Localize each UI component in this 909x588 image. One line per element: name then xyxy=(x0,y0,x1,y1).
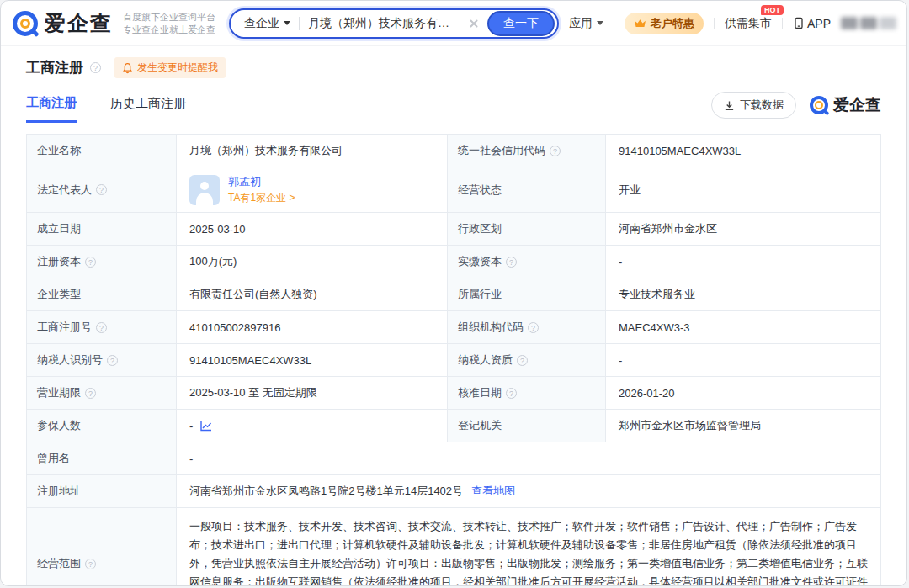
field-label: 营业期限 xyxy=(37,385,81,400)
reg-capital-value: 100万(元) xyxy=(189,254,237,269)
help-icon[interactable]: ? xyxy=(85,559,96,569)
establish-date-value: 2025-03-10 xyxy=(189,223,246,236)
field-label: 实缴资本 xyxy=(458,254,502,269)
business-registration-section: 工商注册 ? 发生变更时提醒我 工商注册 历史工商注册 下载数据 爱企查 xyxy=(1,46,906,125)
aiqicha-logo-text: 爱企查 xyxy=(45,9,113,37)
search-button[interactable]: 查一下 xyxy=(487,11,555,36)
aiqicha-logo[interactable]: 爱企查 xyxy=(13,9,113,37)
taxpayer-id-value: 91410105MAEC4XW33L xyxy=(189,354,311,367)
download-icon xyxy=(724,100,735,111)
field-label: 企业名称 xyxy=(37,143,81,158)
crown-icon xyxy=(634,19,646,28)
nav-separator xyxy=(782,18,783,29)
logo-tagline: 百度旗下企业查询平台 专业查企业就上爱企查 xyxy=(123,11,215,36)
org-code-value: MAEC4XW3-3 xyxy=(619,321,690,334)
search-category-label: 查企业 xyxy=(244,16,279,31)
clear-search-icon[interactable] xyxy=(467,17,481,30)
credit-code-value: 91410105MAEC4XW33L xyxy=(619,145,741,157)
table-row: 企业名称 月境（郑州）技术服务有限公司 统一社会信用代码? 91410105MA… xyxy=(27,135,880,167)
help-icon[interactable]: ? xyxy=(506,388,517,399)
chevron-down-icon xyxy=(597,21,603,25)
business-term-value: 2025-03-10 至 无固定期限 xyxy=(189,385,317,400)
header-nav: 应用 老户特惠 供需集市 HOT APP xyxy=(569,13,896,34)
field-label: 注册资本 xyxy=(37,254,81,269)
nav-supply-market[interactable]: 供需集市 HOT xyxy=(725,16,772,31)
field-label: 纳税人资质 xyxy=(458,352,513,368)
field-label: 成立日期 xyxy=(37,221,81,236)
table-row: 法定代表人? 郭孟初 TA有1家企业 > 经营状态 开业 xyxy=(27,167,880,213)
watermark-brand: 爱企查 xyxy=(810,94,881,116)
search-divider xyxy=(299,17,300,30)
table-row: 注册地址 河南省郑州市金水区凤鸣路1号院2号楼1单元14层1402号 查看地图 xyxy=(27,475,880,508)
table-row: 成立日期 2025-03-10 行政区划 河南省郑州市金水区 xyxy=(27,213,880,246)
field-label: 企业类型 xyxy=(37,287,81,302)
field-label: 行政区划 xyxy=(458,221,502,236)
tab-business-registration[interactable]: 工商注册 xyxy=(26,95,77,123)
help-icon[interactable]: ? xyxy=(528,322,539,333)
table-row: 纳税人识别号? 91410105MAEC4XW33L 纳税人资质? - xyxy=(27,344,880,377)
company-type-value: 有限责任公司(自然人独资) xyxy=(189,287,317,302)
download-data-button[interactable]: 下载数据 xyxy=(711,92,796,119)
field-label: 登记机关 xyxy=(458,418,502,433)
business-scope-value: 一般项目：技术服务、技术开发、技术咨询、技术交流、技术转让、技术推广；软件开发；… xyxy=(189,520,868,586)
approval-date-value: 2026-01-20 xyxy=(619,387,675,400)
help-icon[interactable]: ? xyxy=(550,146,561,156)
status-value: 开业 xyxy=(619,183,641,198)
nav-supply-market-label: 供需集市 xyxy=(725,16,772,31)
change-reminder-button[interactable]: 发生变更时提醒我 xyxy=(114,57,226,78)
search-bar[interactable]: 查企业 月境（郑州）技术服务有限公司 查一下 xyxy=(229,8,559,39)
table-row: 注册资本? 100万(元) 实缴资本? - xyxy=(27,246,880,278)
field-label: 经营状态 xyxy=(458,183,502,198)
authority-value: 郑州市金水区市场监督管理局 xyxy=(619,418,761,433)
view-map-link[interactable]: 查看地图 xyxy=(471,484,515,499)
aiqicha-logo-icon xyxy=(13,11,38,36)
legal-rep-avatar[interactable] xyxy=(189,175,220,205)
help-icon[interactable]: ? xyxy=(85,388,96,399)
nav-app-download[interactable]: APP xyxy=(793,17,831,30)
nav-apps[interactable]: 应用 xyxy=(569,16,603,31)
industry-value: 专业技术服务业 xyxy=(619,287,695,302)
bell-icon xyxy=(122,62,133,74)
field-label: 曾用名 xyxy=(37,451,70,466)
insured-count-value: - xyxy=(189,420,193,432)
address-value: 河南省郑州市金水区凤鸣路1号院2号楼1单元14层1402号 xyxy=(189,484,463,499)
aiqicha-logo-icon xyxy=(810,96,828,114)
mobile-app-icon xyxy=(793,17,805,29)
help-icon[interactable]: ? xyxy=(517,355,528,366)
registration-info-table: 企业名称 月境（郑州）技术服务有限公司 统一社会信用代码? 91410105MA… xyxy=(26,134,881,586)
field-label: 参保人数 xyxy=(37,418,81,433)
trend-chart-icon[interactable] xyxy=(200,421,212,432)
field-label: 纳税人识别号 xyxy=(37,352,103,368)
help-icon[interactable]: ? xyxy=(96,322,107,333)
watermark-brand-text: 爱企查 xyxy=(833,94,881,116)
field-label: 法定代表人 xyxy=(37,183,92,198)
help-icon[interactable]: ? xyxy=(85,257,96,268)
field-label: 注册地址 xyxy=(37,484,81,499)
legal-rep-name-link[interactable]: 郭孟初 xyxy=(228,174,295,189)
nav-member-promo[interactable]: 老户特惠 xyxy=(625,13,704,34)
legal-rep-companies-link[interactable]: TA有1家企业 > xyxy=(228,191,295,205)
field-label: 经营范围 xyxy=(37,556,81,571)
table-row: 经营范围? 一般项目：技术服务、技术开发、技术咨询、技术交流、技术转让、技术推广… xyxy=(27,508,880,586)
field-label: 核准日期 xyxy=(458,385,502,400)
field-label: 组织机构代码 xyxy=(458,320,524,335)
region-value: 河南省郑州市金水区 xyxy=(619,221,717,236)
chevron-down-icon xyxy=(284,21,290,25)
table-row: 营业期限? 2025-03-10 至 无固定期限 核准日期? 2026-01-2… xyxy=(27,377,880,410)
user-account-blurred[interactable] xyxy=(841,17,896,29)
help-icon[interactable]: ? xyxy=(96,184,107,195)
help-icon[interactable]: ? xyxy=(506,257,517,268)
search-category-dropdown[interactable]: 查企业 xyxy=(244,16,290,31)
nav-app-label: APP xyxy=(807,17,831,30)
help-icon[interactable]: ? xyxy=(107,355,118,366)
table-row: 参保人数 - 登记机关 郑州市金水区市场监督管理局 xyxy=(27,410,880,442)
help-icon[interactable]: ? xyxy=(90,62,101,73)
tab-history-registration[interactable]: 历史工商注册 xyxy=(110,96,186,121)
search-input[interactable]: 月境（郑州）技术服务有限公司 xyxy=(308,16,460,31)
page-title: 工商注册 xyxy=(26,58,83,77)
change-reminder-label: 发生变更时提醒我 xyxy=(137,61,218,75)
tagline-line2: 专业查企业就上爱企查 xyxy=(123,24,215,36)
table-row: 企业类型 有限责任公司(自然人独资) 所属行业 专业技术服务业 xyxy=(27,278,880,311)
field-label: 统一社会信用代码 xyxy=(458,143,545,158)
field-label: 所属行业 xyxy=(458,287,502,302)
